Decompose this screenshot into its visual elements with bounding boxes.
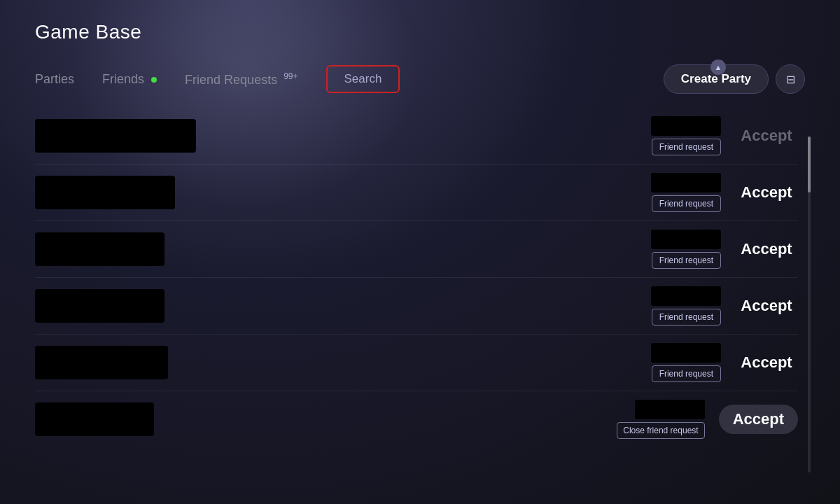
create-party-button[interactable]: ▲ Create Party [664,64,769,94]
page-title: Game Base [35,21,805,43]
list-item: Friend request Accept [35,221,798,278]
list-item: Friend request Accept [35,164,798,221]
friend-requests-list: Friend request Accept Friend request Acc… [35,108,805,447]
list-item: Friend request Accept [35,108,798,164]
avatar [35,119,196,153]
accept-button[interactable]: Accept [735,127,798,145]
tab-friend-requests[interactable]: Friend Requests 99+ [185,66,298,93]
list-item: Friend request Accept [35,278,798,335]
friend-request-tag[interactable]: Friend request [652,365,721,382]
list-item: Friend request Accept [35,335,798,391]
avatar-small [651,286,721,306]
accept-button-highlighted[interactable]: Accept [719,405,798,434]
avatar-small [651,343,721,363]
filter-icon: ⊟ [786,73,795,86]
accept-button[interactable]: Accept [735,183,798,202]
avatar-small [651,230,721,249]
nav-bar: Parties Friends Friend Requests 99+ Sear… [35,64,805,94]
avatar [35,346,168,379]
item-actions: Friend request Accept [651,230,798,269]
item-actions: Friend request Accept [651,343,798,382]
avatar-small [635,400,705,419]
accept-button[interactable]: Accept [735,354,798,372]
avatar-small [651,116,721,136]
item-actions: Friend request Accept [651,116,798,155]
close-friend-request-tag[interactable]: Close friend request [617,422,704,439]
avatar [35,289,164,323]
item-actions: Friend request Accept [651,286,798,326]
friend-request-tag[interactable]: Friend request [652,195,721,212]
avatar [35,232,164,266]
accept-button[interactable]: Accept [735,240,798,258]
friend-requests-badge: 99+ [284,71,298,81]
friends-online-dot [151,77,157,83]
tab-search[interactable]: Search [326,65,400,93]
item-actions: Friend request Accept [651,173,798,212]
tab-parties[interactable]: Parties [35,66,74,92]
friend-request-tag[interactable]: Friend request [652,139,721,155]
accept-button[interactable]: Accept [735,297,798,315]
friend-request-tag[interactable]: Friend request [652,252,721,269]
friend-request-tag[interactable]: Friend request [652,309,721,326]
playstation-icon: ▲ [710,59,726,75]
tab-friends[interactable]: Friends [102,66,157,92]
avatar [35,402,154,436]
item-actions: Close friend request Accept [617,400,798,439]
avatar [35,176,175,209]
filter-button[interactable]: ⊟ [776,64,805,94]
list-item: Close friend request Accept [35,391,798,447]
avatar-small [651,173,721,192]
